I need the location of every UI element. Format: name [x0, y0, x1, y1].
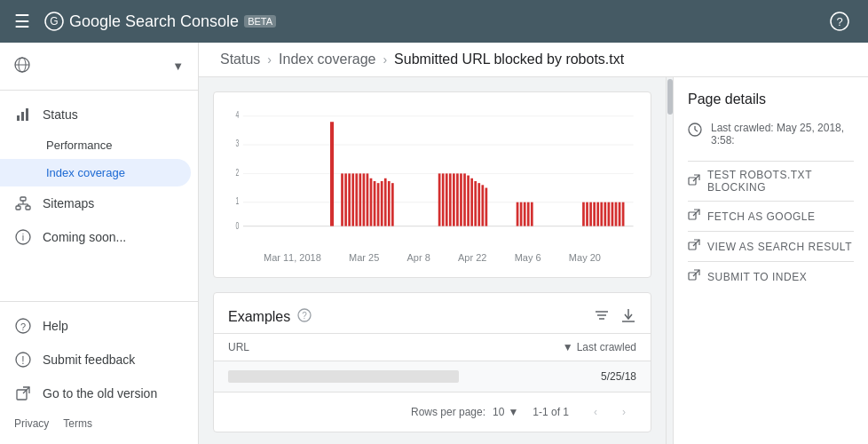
svg-rect-42 [384, 178, 387, 226]
svg-rect-74 [619, 202, 621, 226]
x-label-3: Apr 8 [407, 252, 430, 263]
ext-link-svg-3 [688, 239, 700, 251]
svg-rect-69 [600, 202, 603, 226]
sidebar-item-sitemaps[interactable]: Sitemaps [0, 186, 191, 220]
rows-per-page-select[interactable]: 10 ▼ [493, 406, 518, 418]
prev-page-button[interactable]: ‹ [583, 400, 608, 424]
breadcrumb-status[interactable]: Status [220, 52, 260, 67]
last-crawled-item: Last crawled: May 25, 2018, 3:58: [688, 122, 854, 147]
svg-rect-73 [615, 202, 618, 226]
hamburger-icon[interactable]: ☰ [14, 11, 30, 32]
svg-rect-41 [381, 181, 383, 226]
sidebar-item-coming-soon-label: Coming soon... [43, 230, 126, 244]
table-row[interactable]: 5/25/18 [214, 361, 651, 392]
help-button[interactable]: ? [825, 7, 854, 36]
svg-rect-33 [351, 173, 354, 226]
clock-icon [688, 123, 704, 139]
svg-rect-30 [341, 173, 343, 226]
feedback-icon-svg: ! [15, 352, 31, 368]
beta-badge: BETA [244, 15, 276, 28]
x-label-6: May 20 [569, 252, 601, 263]
examples-help-icon[interactable]: ? [297, 308, 312, 325]
test-robots-link[interactable]: TEST ROBOTS.TXT BLOCKING [688, 161, 854, 201]
header-left: ☰ G Google Search Console BETA [14, 11, 276, 32]
svg-rect-49 [453, 173, 455, 226]
sidebar-item-submit-feedback-label: Submit feedback [43, 353, 135, 367]
view-as-search-link[interactable]: VIEW AS SEARCH RESULT [688, 231, 854, 261]
sidebar-item-help[interactable]: ? Help [0, 309, 191, 343]
breadcrumb-index-coverage[interactable]: Index coverage [279, 52, 375, 67]
chart-svg: 4 3 2 1 0 [228, 107, 636, 231]
svg-rect-64 [582, 202, 585, 226]
td-url [228, 370, 601, 383]
rows-per-page-value: 10 [493, 406, 504, 418]
sidebar-bottom: ? Help ! Submit feedback [0, 301, 198, 444]
app-title-text: Google Search Console [69, 12, 239, 31]
svg-rect-55 [474, 181, 477, 226]
sidebar-item-old-version[interactable]: Go to the old version [0, 377, 191, 410]
svg-rect-45 [438, 173, 441, 226]
submit-to-index-link[interactable]: SUBMIT TO INDEX [688, 261, 854, 291]
svg-rect-57 [481, 185, 484, 226]
svg-rect-48 [449, 173, 452, 226]
privacy-link[interactable]: Privacy [14, 417, 49, 430]
svg-rect-63 [531, 202, 533, 226]
pagination-info: 1-1 of 1 [533, 406, 569, 418]
ext-link-svg-1 [688, 174, 700, 186]
svg-text:?: ? [302, 311, 307, 321]
th-last-crawled[interactable]: ▼ Last crawled [563, 341, 636, 353]
svg-line-85 [695, 130, 698, 131]
next-page-button[interactable]: › [612, 400, 636, 424]
filter-icon[interactable] [594, 307, 610, 326]
next-icon: › [622, 406, 626, 418]
site-selector[interactable]: ▼ [0, 50, 198, 83]
examples-title: Examples [228, 309, 290, 325]
svg-rect-88 [689, 212, 696, 219]
status-icon [14, 107, 32, 123]
svg-rect-71 [608, 202, 611, 226]
breadcrumb-current: Submitted URL blocked by robots.txt [394, 52, 624, 67]
content-area: 4 3 2 1 0 [199, 77, 868, 444]
svg-rect-86 [689, 178, 696, 185]
svg-rect-12 [26, 206, 30, 210]
external-link-icon [15, 385, 31, 401]
help-icon: ? [14, 318, 32, 334]
sidebar-item-index-coverage[interactable]: Index coverage [0, 159, 191, 186]
ext-link-svg-4 [688, 269, 700, 281]
y-label-3: 3 [235, 139, 239, 149]
x-axis-labels: Mar 11, 2018 Mar 25 Apr 8 Apr 22 May 6 M… [228, 249, 636, 263]
sidebar-item-performance-label: Performance [46, 139, 112, 152]
svg-rect-51 [460, 173, 462, 226]
scroll-indicator[interactable] [666, 77, 673, 444]
sort-down-icon: ▼ [563, 341, 573, 353]
svg-rect-52 [463, 173, 466, 226]
main-layout: ▼ Status Performance [0, 43, 868, 444]
bar-spike [330, 122, 334, 226]
external-link-icon-2 [688, 209, 700, 224]
th-last-crawled-label: Last crawled [577, 341, 636, 353]
test-robots-label: TEST ROBOTS.TXT BLOCKING [707, 169, 854, 194]
terms-link[interactable]: Terms [63, 417, 92, 430]
y-label-0: 0 [235, 220, 239, 231]
submit-to-index-label: SUBMIT TO INDEX [707, 271, 807, 283]
app-title: G Google Search Console BETA [44, 12, 276, 31]
sidebar-item-submit-feedback[interactable]: ! Submit feedback [0, 343, 191, 377]
svg-rect-32 [348, 173, 351, 226]
fetch-as-google-link[interactable]: FETCH AS GOOGLE [688, 201, 854, 231]
download-icon[interactable] [620, 307, 636, 326]
url-bar [228, 370, 459, 383]
sidebar-item-status[interactable]: Status [0, 98, 191, 131]
sidebar-item-performance[interactable]: Performance [0, 131, 191, 159]
svg-rect-11 [16, 206, 20, 210]
sidebar-item-coming-soon[interactable]: i Coming soon... [0, 220, 191, 254]
svg-rect-40 [377, 183, 380, 226]
svg-rect-58 [485, 188, 488, 226]
old-version-icon [14, 385, 32, 401]
coming-soon-icon: i [14, 229, 32, 245]
svg-rect-70 [604, 202, 606, 226]
svg-text:?: ? [20, 321, 26, 332]
examples-header: Examples ? [214, 293, 651, 334]
pagination-buttons: ‹ › [583, 400, 636, 424]
svg-rect-62 [527, 202, 530, 226]
google-logo-icon: G [44, 12, 64, 31]
